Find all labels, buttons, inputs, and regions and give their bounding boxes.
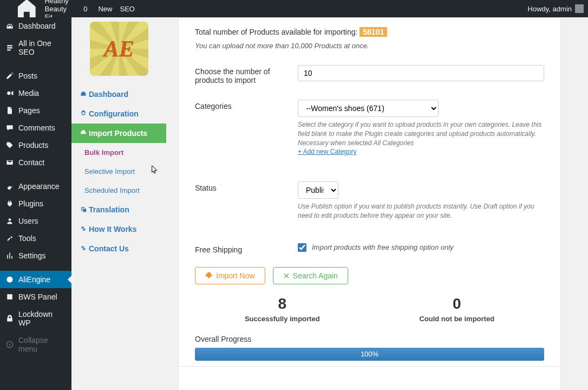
- seo-link[interactable]: SEO: [120, 5, 134, 13]
- cloud-icon: [80, 129, 87, 136]
- account-link[interactable]: Howdy, admin: [528, 4, 584, 13]
- menu-dashboard[interactable]: Dashboard: [0, 17, 71, 35]
- total-products-count: 58101: [360, 27, 387, 37]
- plugin-logo: AE: [90, 22, 148, 76]
- plugin-menu-configuration[interactable]: Configuration: [71, 104, 166, 123]
- success-label: Successfully imported: [195, 315, 370, 323]
- close-icon: [283, 272, 290, 279]
- secondary-panel: [178, 366, 561, 390]
- menu-tools[interactable]: Tools: [0, 230, 71, 247]
- fail-count: 0: [370, 295, 545, 313]
- status-select[interactable]: Publish: [298, 181, 338, 199]
- progress-label: Overall Progress: [195, 335, 544, 343]
- plugin-menu-bulk-import[interactable]: Bulk Import: [71, 143, 166, 162]
- categories-label: Categories: [195, 100, 276, 155]
- progress-bar: 100%: [195, 348, 544, 361]
- svg-point-2: [6, 276, 12, 282]
- new-content-link[interactable]: New: [95, 5, 112, 13]
- svg-point-1: [9, 218, 11, 221]
- menu-lockdown[interactable]: Lockdown WP: [0, 306, 71, 332]
- success-count: 8: [195, 295, 370, 313]
- number-input[interactable]: [298, 65, 544, 81]
- menu-plugins[interactable]: Plugins: [0, 195, 71, 212]
- import-panel: Total number of Products available for i…: [178, 17, 561, 382]
- collapse-menu[interactable]: Collapse menu: [0, 332, 71, 358]
- plugin-menu-translation[interactable]: Translation: [71, 200, 166, 219]
- comments-link[interactable]: 0: [80, 5, 87, 13]
- link-icon: [80, 225, 87, 232]
- gear-icon: [80, 110, 87, 116]
- fail-label: Could not be imported: [370, 315, 545, 323]
- plugin-sidebar: AE Dashboard Configuration Import Produc…: [71, 17, 166, 258]
- plugin-menu-scheduled-import[interactable]: Scheduled Import: [71, 181, 166, 200]
- main-admin-menu: Dashboard All in One SEO Posts Media Pag…: [0, 17, 71, 390]
- categories-select[interactable]: --Women's shoes (671): [298, 100, 439, 117]
- fail-result: 0 Could not be imported: [370, 295, 545, 323]
- new-label: New: [98, 5, 112, 13]
- avatar: [575, 4, 584, 13]
- link-icon: [80, 245, 87, 251]
- svg-point-0: [7, 92, 10, 95]
- comment-count: 0: [83, 5, 87, 13]
- freeship-text: Import products with free shipping optio…: [312, 243, 454, 251]
- dashboard-icon: [80, 90, 87, 97]
- total-products-label: Total number of Products available for i…: [195, 27, 387, 37]
- menu-bws[interactable]: BWS Panel: [0, 288, 71, 306]
- menu-aliengine[interactable]: AliEngine: [0, 271, 71, 288]
- plugin-menu-import-products[interactable]: Import Products: [71, 123, 166, 143]
- plugin-menu-dashboard[interactable]: Dashboard: [71, 84, 166, 104]
- cloud-download-icon: [205, 272, 213, 280]
- search-again-button[interactable]: Search Again: [273, 267, 348, 284]
- menu-users[interactable]: Users: [0, 212, 71, 230]
- menu-media[interactable]: Media: [0, 84, 71, 102]
- seo-label: SEO: [120, 5, 134, 13]
- admin-bar: Healthy Beauty Fit 0 New SEO Howdy, admi…: [0, 0, 588, 17]
- success-result: 8 Successfully imported: [195, 295, 370, 323]
- status-label: Status: [195, 181, 276, 220]
- menu-aioseo[interactable]: All in One SEO: [0, 35, 71, 61]
- howdy-text: Howdy, admin: [528, 5, 572, 13]
- status-help: Use Publish option if you want to publis…: [298, 202, 544, 220]
- add-category-link[interactable]: + Add new Category: [298, 148, 356, 155]
- number-label: Choose the number of products to import: [195, 65, 276, 84]
- categories-help: Select the category if you want to uploa…: [298, 120, 544, 147]
- menu-pages[interactable]: Pages: [0, 102, 71, 119]
- menu-settings[interactable]: Settings: [0, 247, 71, 264]
- menu-contact[interactable]: Contact: [0, 154, 71, 171]
- import-now-button[interactable]: Import Now: [195, 267, 265, 284]
- freeship-checkbox[interactable]: [298, 243, 306, 252]
- menu-posts[interactable]: Posts: [0, 67, 71, 84]
- freeship-label: Free Shipping: [195, 243, 276, 254]
- copy-icon: [80, 206, 87, 212]
- menu-appearance[interactable]: Appearance: [0, 178, 71, 195]
- plugin-menu-contact-us[interactable]: Contact Us: [71, 239, 166, 258]
- upload-note: You can upload not more than 10,000 Prod…: [195, 42, 544, 50]
- plugin-menu-selective-import[interactable]: Selective Import: [71, 162, 166, 181]
- plugin-menu-how-it-works[interactable]: How It Works: [71, 219, 166, 239]
- menu-products[interactable]: Products: [0, 136, 71, 154]
- menu-comments[interactable]: Comments: [0, 119, 71, 136]
